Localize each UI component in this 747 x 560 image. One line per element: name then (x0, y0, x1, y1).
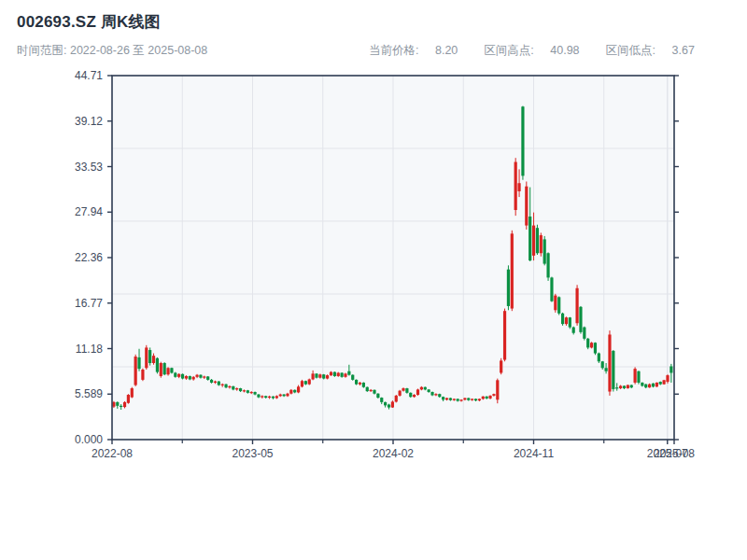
y-tick-label: 39.12 (75, 115, 103, 128)
candle-body (575, 288, 578, 324)
candle-body (170, 368, 173, 372)
candle-body (532, 226, 535, 256)
candle-body (395, 396, 398, 402)
candle-wick (616, 383, 617, 390)
candle-body (163, 363, 166, 374)
candle-body (145, 347, 148, 368)
candle-body (420, 387, 423, 390)
candle-body (586, 339, 589, 348)
candle-body (623, 385, 626, 388)
candle-body (192, 377, 195, 380)
candle-body (337, 372, 340, 375)
candle-body (550, 277, 553, 301)
candle-body (507, 270, 510, 306)
candle-body (572, 328, 575, 333)
candle-body (648, 385, 651, 387)
candle-body (355, 380, 358, 385)
candle-wick (120, 404, 121, 410)
candle-body (275, 396, 278, 398)
candle-body (116, 402, 119, 406)
candle-body (517, 183, 520, 191)
candle-body (478, 399, 481, 400)
x-tick-label: 2023-05 (232, 447, 273, 460)
candle-body (282, 395, 285, 397)
candle-body (652, 384, 655, 386)
candle-body (590, 343, 593, 347)
candle-body (366, 387, 369, 391)
candle-body (333, 372, 336, 376)
candle-body (134, 357, 137, 385)
y-tick-label: 16.77 (75, 297, 103, 310)
candle-body (322, 374, 325, 378)
candle-body (627, 385, 629, 388)
candle-body (120, 406, 122, 407)
candle-body (514, 162, 517, 210)
candle-body (315, 373, 317, 377)
candle-body (459, 399, 462, 400)
candle-body (312, 373, 315, 379)
candle-body (235, 388, 238, 389)
candle-body (239, 388, 242, 391)
candle-body (232, 386, 234, 389)
candle-body (127, 395, 130, 403)
candle-body (402, 388, 404, 391)
candle-body (293, 390, 296, 393)
candle-body (243, 390, 246, 391)
x-tick-label: 2025-08 (654, 447, 695, 460)
candle-body (318, 374, 321, 377)
candle-body (304, 381, 307, 384)
y-tick-label: 27.94 (75, 205, 103, 218)
candle-body (543, 239, 546, 263)
candle-body (409, 393, 412, 397)
candle-body (166, 368, 169, 374)
candle-body (141, 370, 144, 380)
candle-body (442, 397, 444, 399)
candle-body (264, 396, 267, 398)
candle-body (221, 385, 224, 385)
candle-body (413, 395, 416, 397)
candle-body (529, 217, 531, 260)
y-tick-label: 44.71 (75, 69, 103, 82)
candle-body (297, 386, 300, 392)
candle-body (557, 297, 560, 313)
candle-body (185, 376, 188, 379)
candle-body (438, 394, 441, 397)
candle-body (247, 390, 249, 393)
candle-body (384, 402, 387, 405)
candle-body (655, 383, 658, 386)
candle-body (579, 307, 582, 332)
candle-body (347, 371, 350, 375)
candle-body (301, 381, 303, 386)
candle-body (536, 228, 539, 253)
candle-body (619, 385, 622, 388)
candle-body (492, 394, 495, 396)
candle-body (434, 394, 437, 395)
candle-body (224, 385, 227, 387)
candle-body (257, 395, 260, 398)
candle-body (341, 372, 344, 376)
candle-body (160, 363, 162, 376)
candle-body (569, 317, 571, 327)
candle-body (666, 375, 669, 382)
candle-body (330, 372, 332, 375)
candle-body (362, 383, 365, 387)
candle-body (399, 391, 402, 396)
candle-body (268, 397, 271, 398)
candle-body (195, 375, 198, 377)
candle-body (474, 399, 477, 400)
candle-body (148, 350, 151, 363)
x-tick-label: 2024-11 (514, 447, 554, 460)
candle-body (659, 382, 662, 385)
candle-body (486, 397, 488, 399)
candle-body (511, 233, 514, 308)
x-tick-label: 2022-08 (92, 447, 133, 460)
candle-body (156, 358, 159, 372)
y-tick-label: 11.18 (76, 343, 103, 356)
candle-body (181, 374, 184, 379)
candle-body (250, 392, 253, 393)
candle-body (604, 368, 607, 371)
candle-body (561, 314, 564, 324)
candle-body (525, 187, 528, 226)
candle-body (471, 399, 473, 399)
candle-body (286, 394, 289, 397)
